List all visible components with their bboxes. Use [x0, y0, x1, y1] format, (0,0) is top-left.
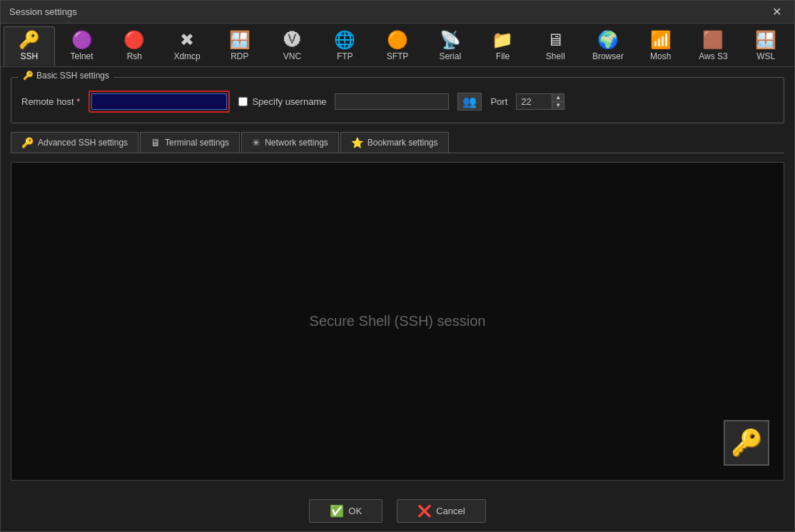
port-label: Port — [490, 96, 507, 107]
sub-tab-terminal[interactable]: 🖥Terminal settings — [140, 132, 240, 153]
ssh-label: SSH — [21, 51, 39, 61]
serial-label: Serial — [439, 51, 461, 61]
ftp-label: FTP — [337, 51, 353, 61]
specify-username-checkbox[interactable] — [238, 97, 248, 106]
sub-tab-network[interactable]: ✳Network settings — [241, 132, 339, 153]
telnet-icon: 🟣 — [71, 31, 93, 48]
protocol-tab-xdmcp[interactable]: ✖Xdmcp — [161, 26, 213, 66]
network-subtab-label: Network settings — [265, 138, 328, 148]
mosh-label: Mosh — [650, 51, 671, 61]
port-input-wrapper: ▲ ▼ — [516, 93, 564, 110]
key-icon: 🔑 — [731, 428, 763, 458]
protocol-tab-vnc[interactable]: 🅥VNC — [267, 26, 318, 66]
xdmcp-label: Xdmcp — [173, 51, 200, 61]
sftp-label: SFTP — [387, 51, 409, 61]
protocol-tab-shell[interactable]: 🖥Shell — [530, 26, 581, 66]
basic-settings-row: Remote host * Specify username 👥 Port ▲ — [21, 85, 774, 113]
advanced-subtab-label: Advanced SSH settings — [38, 138, 128, 148]
awss3-label: Aws S3 — [699, 51, 727, 61]
bookmark-subtab-label: Bookmark settings — [368, 138, 438, 148]
mosh-icon: 📶 — [650, 31, 672, 48]
vnc-label: VNC — [283, 51, 301, 61]
shell-label: Shell — [546, 51, 565, 61]
sftp-icon: 🟠 — [387, 31, 408, 48]
dialog-title: Session settings — [9, 6, 77, 17]
port-spinners: ▲ ▼ — [552, 93, 564, 110]
terminal-subtab-label: Terminal settings — [165, 138, 229, 148]
file-label: File — [496, 51, 510, 61]
cancel-button[interactable]: ❌ Cancel — [397, 499, 485, 523]
advanced-subtab-icon: 🔑 — [21, 137, 34, 148]
awss3-icon: 🟫 — [702, 31, 724, 48]
terminal-subtab-icon: 🖥 — [151, 137, 161, 148]
protocol-tab-ssh[interactable]: 🔑SSH — [4, 26, 55, 66]
telnet-label: Telnet — [71, 51, 93, 61]
close-button[interactable]: ✕ — [768, 4, 786, 20]
protocol-tab-rsh[interactable]: 🔴Rsh — [108, 26, 160, 66]
port-input[interactable] — [516, 93, 552, 110]
user-icon-button[interactable]: 👥 — [457, 93, 482, 111]
sub-tab-bookmark[interactable]: ⭐Bookmark settings — [340, 132, 449, 153]
remote-host-label: Remote host * — [21, 96, 80, 107]
ftp-icon: 🌐 — [334, 31, 355, 48]
bookmark-subtab-icon: ⭐ — [351, 137, 363, 148]
sub-tabs-row: 🔑Advanced SSH settings🖥Terminal settings… — [11, 132, 784, 153]
vnc-icon: 🅥 — [284, 31, 301, 48]
cancel-label: Cancel — [436, 506, 465, 516]
bottom-bar: ✅ OK ❌ Cancel — [1, 491, 794, 531]
file-icon: 📁 — [492, 31, 513, 48]
wsl-icon: 🪟 — [755, 31, 776, 48]
protocol-tab-telnet[interactable]: 🟣Telnet — [56, 26, 108, 66]
port-increment-button[interactable]: ▲ — [552, 94, 564, 102]
protocol-tab-sftp[interactable]: 🟠SFTP — [372, 26, 423, 66]
protocol-tab-browser[interactable]: 🌍Browser — [582, 26, 634, 66]
xdmcp-icon: ✖ — [180, 31, 194, 48]
wsl-label: WSL — [756, 51, 775, 61]
cancel-icon: ❌ — [417, 504, 432, 518]
ok-label: OK — [348, 506, 362, 516]
title-bar: Session settings ✕ — [1, 1, 794, 24]
protocol-tab-file[interactable]: 📁File — [477, 26, 529, 66]
network-subtab-icon: ✳ — [252, 137, 260, 148]
rdp-label: RDP — [231, 51, 248, 61]
ssh-icon: 🔑 — [19, 31, 40, 48]
protocol-tab-serial[interactable]: 📡Serial — [425, 26, 476, 66]
session-settings-dialog: Session settings ✕ 🔑SSH🟣Telnet🔴Rsh✖Xdmcp… — [0, 0, 795, 532]
basic-settings-title-icon: 🔑 — [23, 71, 34, 81]
rsh-icon: 🔴 — [123, 31, 145, 48]
protocol-tabs-row: 🔑SSH🟣Telnet🔴Rsh✖Xdmcp🪟RDP🅥VNC🌐FTP🟠SFTP📡S… — [1, 24, 794, 67]
session-type-icon: 🔑 — [724, 420, 769, 466]
basic-settings-title: 🔑 Basic SSH settings — [19, 71, 113, 81]
browser-label: Browser — [592, 51, 624, 61]
port-decrement-button[interactable]: ▼ — [552, 102, 564, 109]
protocol-tab-wsl[interactable]: 🪟WSL — [740, 26, 791, 66]
username-input[interactable] — [335, 93, 449, 110]
basic-ssh-settings-box: 🔑 Basic SSH settings Remote host * Speci… — [11, 77, 784, 123]
remote-host-input[interactable] — [91, 93, 227, 110]
specify-username-label[interactable]: Specify username — [238, 96, 326, 107]
ok-icon: ✅ — [330, 504, 344, 518]
protocol-tab-ftp[interactable]: 🌐FTP — [319, 26, 370, 66]
rdp-icon: 🪟 — [229, 31, 250, 48]
protocol-tab-awss3[interactable]: 🟫Aws S3 — [688, 26, 739, 66]
browser-icon: 🌍 — [597, 31, 619, 48]
ok-button[interactable]: ✅ OK — [309, 499, 383, 523]
shell-icon: 🖥 — [547, 31, 564, 48]
protocol-tab-rdp[interactable]: 🪟RDP — [214, 26, 265, 66]
preview-area: Secure Shell (SSH) session 🔑 — [11, 162, 784, 481]
remote-host-wrapper — [88, 91, 230, 113]
rsh-label: Rsh — [127, 51, 142, 61]
serial-icon: 📡 — [440, 31, 461, 48]
protocol-tab-mosh[interactable]: 📶Mosh — [635, 26, 687, 66]
main-content: 🔑 Basic SSH settings Remote host * Speci… — [1, 67, 794, 491]
sub-tab-advanced[interactable]: 🔑Advanced SSH settings — [11, 132, 138, 153]
preview-text: Secure Shell (SSH) session — [310, 313, 486, 329]
